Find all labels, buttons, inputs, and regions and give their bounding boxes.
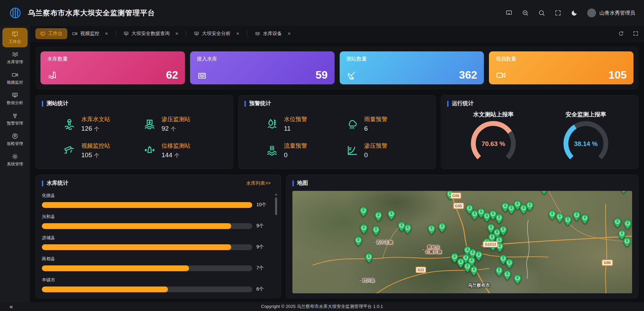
map-marker-pin[interactable]: [581, 214, 589, 224]
map-marker-pin[interactable]: [499, 226, 507, 236]
stat-item-value: 144个: [162, 151, 190, 159]
map-marker-pin[interactable]: [360, 224, 368, 234]
map-marker-pin[interactable]: [526, 201, 534, 211]
fullscreen-content-icon[interactable]: [633, 31, 639, 36]
sidebar-item-预警管理[interactable]: 预警管理: [2, 110, 28, 129]
map-marker-pin[interactable]: [620, 191, 628, 194]
bar-category-label: 丰镇市: [42, 277, 271, 283]
map-marker-pin[interactable]: [506, 259, 513, 269]
stat-item-label: 水位预警: [284, 115, 307, 123]
tab-close-icon[interactable]: ✕: [105, 31, 108, 36]
panel-title: 水库统计: [47, 180, 68, 187]
sidebar-item-工作台[interactable]: 工作台: [2, 28, 28, 47]
map-marker-pin[interactable]: [495, 266, 503, 277]
stat-item-unit: 个: [94, 126, 99, 132]
app-logo-icon: [9, 6, 22, 19]
bar-row: 9个: [42, 244, 271, 250]
map-marker-pin[interactable]: [504, 270, 511, 280]
tab-close-icon[interactable]: ✕: [175, 31, 179, 36]
map-marker-pin[interactable]: [372, 226, 380, 236]
stat-item-水位预警[interactable]: 水位预警11: [266, 115, 346, 132]
sidebar-item-巡检管理[interactable]: 巡检管理: [2, 130, 28, 149]
stat-item-value: 105个: [81, 151, 110, 159]
map-marker-pin[interactable]: [514, 274, 522, 284]
stat-item-渗压预警[interactable]: 渗压预警0: [346, 142, 426, 159]
map-marker-pin[interactable]: [495, 214, 503, 224]
tab-close-icon[interactable]: ✕: [236, 31, 239, 36]
map-marker-pin[interactable]: [387, 210, 395, 220]
stat-item-label: 流量预警: [284, 142, 307, 150]
map-marker-pin[interactable]: [556, 213, 564, 223]
map-marker-pin[interactable]: [365, 253, 373, 263]
fullscreen-icon[interactable]: [555, 10, 561, 16]
bar-track: [42, 202, 252, 208]
sidebar-item-数据分析[interactable]: 数据分析: [2, 89, 28, 109]
map-marker-pin[interactable]: [354, 236, 362, 246]
stat-item-value: 11: [284, 125, 307, 132]
screen-cast-icon[interactable]: [506, 10, 512, 16]
panel-station-stats: 测站统计 水库水文站126个渗压监测站92个视频监控站105个位移监测站144个: [35, 95, 233, 169]
map-marker-pin[interactable]: [540, 191, 548, 195]
stat-card-value: 59: [316, 69, 328, 80]
map-marker-pin[interactable]: [573, 211, 581, 221]
road-badge-G1013: G1013: [483, 241, 498, 247]
sidebar-item-视频监控[interactable]: 视频监控: [2, 69, 28, 88]
tab-水库设备[interactable]: 水库设备✕: [250, 28, 295, 39]
stat-item-label: 水库水文站: [81, 115, 110, 123]
stat-item-水库水文站[interactable]: 水库水文站126个: [63, 115, 143, 132]
user-menu[interactable]: 山青水秀管理员: [587, 9, 635, 17]
map-marker-pin[interactable]: [374, 211, 382, 222]
map-label-察哈尔右翼后旗: 察哈尔 右翼后旗: [422, 245, 442, 255]
search-icon[interactable]: [538, 10, 545, 16]
tab-工作台[interactable]: 工作台: [35, 28, 67, 39]
sidebar-item-系统管理[interactable]: 系统管理: [2, 150, 28, 170]
bar-fill: [42, 202, 252, 208]
stat-item-label: 视频监控站: [81, 142, 110, 150]
map-marker-pin[interactable]: [564, 216, 572, 226]
scrollbar-up-arrow[interactable]: ▲: [274, 193, 278, 196]
tab-divider: [247, 31, 247, 37]
map-marker-pin[interactable]: [359, 207, 367, 217]
gear-icon: [12, 153, 18, 160]
bar-value: 7个: [256, 265, 271, 271]
bar-fill: [42, 265, 189, 271]
tab-close-icon[interactable]: ✕: [287, 31, 291, 36]
map-marker-pin[interactable]: [427, 225, 435, 235]
map-marker-pin[interactable]: [438, 223, 446, 233]
map-marker-pin[interactable]: [548, 210, 556, 220]
refresh-icon[interactable]: [618, 31, 624, 36]
tab-divider: [186, 31, 186, 37]
map-marker-pin[interactable]: [475, 251, 483, 261]
bar-value: 6个: [256, 286, 271, 292]
map-marker-pin[interactable]: [457, 258, 464, 268]
tab-大坝安全数据查询[interactable]: 大坝安全数据查询✕: [119, 28, 183, 39]
sidebar-item-水库管理[interactable]: 水库管理: [2, 48, 28, 68]
bar-fill: [42, 287, 168, 292]
stat-item-雨量预警[interactable]: 雨量预警6: [346, 115, 426, 132]
title-bar-accent: [42, 180, 43, 186]
dark-mode-icon[interactable]: [571, 10, 578, 16]
panel-scrollbar[interactable]: ▲: [274, 193, 278, 294]
username: 山青水秀管理员: [599, 10, 635, 16]
stat-item-位移监测站[interactable]: 位移监测站144个: [143, 142, 223, 159]
map-marker-pin[interactable]: [623, 237, 631, 247]
reservoir-list-link[interactable]: 水库列表>>: [246, 180, 271, 186]
tab-视频监控[interactable]: 视频监控✕: [67, 28, 113, 39]
town-label-text: 武川县: [362, 278, 375, 283]
map-canvas[interactable]: G55G55G1013G95S22四子王旗察哈尔 右翼后旗武川县乌兰察布市: [292, 191, 632, 293]
map-marker-pin[interactable]: [470, 266, 478, 276]
tab-大坝安全分析[interactable]: 大坝安全分析✕: [189, 28, 244, 39]
road-badge-G55: G55: [453, 202, 464, 209]
stat-item-视频监控站[interactable]: 视频监控站105个: [63, 142, 143, 159]
ai-search-icon[interactable]: AI: [522, 10, 529, 16]
stat-item-渗压监测站[interactable]: 渗压监测站92个: [143, 115, 223, 132]
stat-item-流量预警[interactable]: 流量预警0: [266, 142, 346, 159]
map-marker-pin[interactable]: [624, 219, 632, 230]
map-marker-pin[interactable]: [397, 222, 405, 232]
sidebar-collapse-icon[interactable]: «: [10, 304, 12, 310]
tab-label: 工作台: [48, 31, 63, 37]
stat-item-value: 126个: [81, 125, 110, 132]
map-marker-pin[interactable]: [614, 218, 622, 228]
scrollbar-thumb[interactable]: [275, 197, 277, 215]
sidebar-item-label: 视频监控: [7, 80, 23, 85]
